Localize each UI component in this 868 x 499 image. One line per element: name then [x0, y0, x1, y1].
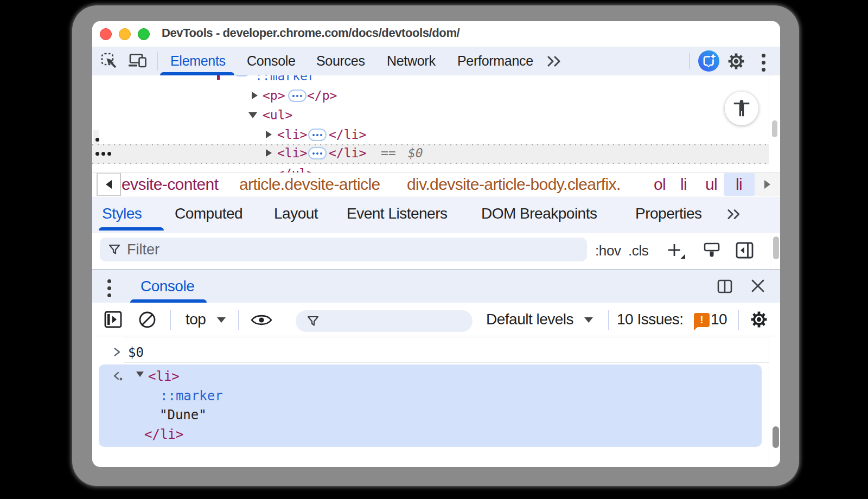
- close-window-button[interactable]: [100, 28, 112, 40]
- expand-badge-icon[interactable]: [308, 129, 327, 141]
- console-scrollbar-thumb[interactable]: [773, 426, 779, 448]
- toolbar-separator: [738, 310, 739, 330]
- accessibility-fab[interactable]: [725, 92, 758, 125]
- breadcrumb-item[interactable]: article.devsite-article: [239, 173, 380, 196]
- console-node-pseudo[interactable]: ::marker: [160, 386, 223, 406]
- console-sidebar-icon[interactable]: [104, 311, 122, 328]
- tab-styles[interactable]: Styles: [102, 197, 142, 231]
- message-separator: [124, 337, 769, 337]
- minimize-window-button[interactable]: [119, 28, 131, 40]
- styles-filter-row: Filter :hov .cls: [92, 233, 780, 268]
- disclosure-down-icon[interactable]: [248, 112, 257, 118]
- console-node-text[interactable]: "Dune": [159, 405, 207, 425]
- dock-sidebar-icon[interactable]: [736, 242, 754, 259]
- ai-assistance-icon[interactable]: [698, 50, 719, 72]
- toolbar-separator: [238, 310, 239, 330]
- chevron-left-icon: [106, 180, 112, 189]
- drawer-tab-console[interactable]: Console: [141, 270, 194, 303]
- window-title: DevTools - developer.chrome.com/docs/dev…: [162, 26, 459, 40]
- tree-row-li2-selected[interactable]: <li> </li> == $0: [92, 144, 769, 164]
- disclosure-right-icon[interactable]: [266, 149, 272, 157]
- tab-properties[interactable]: Properties: [635, 197, 702, 231]
- breadcrumb-bar: evsite-content article.devsite-article d…: [92, 172, 780, 196]
- console-evaluated-expression[interactable]: $0: [128, 345, 144, 360]
- tree-row-li1[interactable]: <li> </li>: [92, 125, 769, 144]
- selection-dotted-border: [92, 144, 769, 145]
- tab-layout[interactable]: Layout: [274, 197, 318, 231]
- context-selector[interactable]: top: [186, 303, 206, 336]
- devtools-window: DevTools - developer.chrome.com/docs/dev…: [92, 21, 780, 467]
- tag-close: </li>: [329, 125, 366, 144]
- row-edge-dot: [107, 152, 111, 156]
- styles-filter-input[interactable]: Filter: [100, 238, 587, 261]
- console-result-selection[interactable]: <li> ::marker "Dune" </li>: [99, 364, 762, 447]
- chevron-right-icon: [764, 180, 770, 189]
- expand-badge-icon[interactable]: [308, 147, 327, 159]
- expand-badge-icon[interactable]: [288, 89, 307, 102]
- toggle-class-button[interactable]: .cls: [628, 233, 648, 268]
- toggle-hover-button[interactable]: :hov: [595, 233, 621, 268]
- issues-count: 10: [711, 303, 727, 336]
- tab-performance[interactable]: Performance: [457, 47, 533, 75]
- chevron-down-icon: [217, 317, 226, 323]
- tree-row-p[interactable]: <p> </p>: [92, 86, 769, 105]
- log-levels-selector[interactable]: Default levels: [486, 303, 573, 336]
- breadcrumb-item[interactable]: evsite-content: [122, 173, 218, 196]
- styles-scrollbar-thumb[interactable]: [773, 236, 779, 259]
- close-drawer-icon[interactable]: [751, 279, 765, 293]
- console-node-open[interactable]: <li>: [148, 367, 180, 386]
- filter-placeholder: Filter: [127, 238, 159, 261]
- main-menu-kebab-icon[interactable]: [762, 54, 765, 72]
- new-style-rule-icon[interactable]: [667, 243, 686, 259]
- console-node-close[interactable]: </li>: [144, 425, 183, 444]
- breadcrumb-item[interactable]: ol: [654, 173, 666, 196]
- settings-gear-icon[interactable]: [727, 53, 745, 70]
- breadcrumb-item-selected[interactable]: li: [736, 173, 742, 196]
- split-panel-icon[interactable]: [717, 279, 732, 293]
- filter-funnel-icon: [108, 244, 120, 255]
- live-expression-eye-icon[interactable]: [249, 314, 274, 327]
- zoom-window-button[interactable]: [138, 28, 150, 40]
- tree-scrollbar-thumb[interactable]: [772, 120, 777, 137]
- drawer-menu-kebab-icon[interactable]: [107, 279, 111, 297]
- more-tabs-icon[interactable]: [547, 56, 565, 67]
- console-filter-input[interactable]: [296, 310, 473, 332]
- disclosure-right-icon[interactable]: [252, 92, 258, 99]
- rendering-brush-icon[interactable]: [704, 242, 720, 260]
- tree-row-ul[interactable]: <ul>: [92, 105, 769, 125]
- breadcrumb-item[interactable]: div.devsite-article-body.clearfix.: [407, 173, 621, 196]
- tab-elements[interactable]: Elements: [170, 47, 226, 75]
- issues-badge-icon[interactable]: !: [694, 313, 710, 327]
- device-toolbar-icon[interactable]: [129, 54, 147, 68]
- breadcrumb-next-button[interactable]: [755, 173, 780, 196]
- console-scrollbar-track: [769, 336, 769, 467]
- elements-tree: ::marker <p> </p> <ul> <li> </li>: [92, 75, 780, 172]
- tag-close: </ul>: [277, 164, 314, 172]
- disclosure-right-icon[interactable]: [266, 131, 272, 138]
- more-panes-icon[interactable]: [727, 209, 744, 220]
- screenshot-stage: DevTools - developer.chrome.com/docs/dev…: [0, 0, 868, 499]
- tag-open: <li>: [277, 143, 307, 163]
- tab-console[interactable]: Console: [247, 47, 296, 75]
- breadcrumb-item[interactable]: ul: [705, 173, 717, 196]
- tab-dom-breakpoints[interactable]: DOM Breakpoints: [481, 197, 597, 231]
- breadcrumb-item[interactable]: li: [680, 173, 687, 196]
- disclosure-down-icon[interactable]: [136, 372, 144, 377]
- row-edge-dot: [95, 152, 99, 156]
- tab-network[interactable]: Network: [387, 47, 436, 75]
- tab-event-listeners[interactable]: Event Listeners: [347, 197, 448, 231]
- expand-badge-icon[interactable]: [232, 75, 251, 76]
- tab-computed[interactable]: Computed: [175, 197, 242, 231]
- tree-row-marker[interactable]: ::marker: [92, 75, 769, 86]
- breadcrumb-prev-button[interactable]: [97, 172, 121, 196]
- inspect-element-icon[interactable]: [101, 53, 117, 69]
- issues-counter-label[interactable]: 10 Issues:: [617, 303, 684, 336]
- title-bar: DevTools - developer.chrome.com/docs/dev…: [92, 21, 780, 47]
- console-messages: $0 <li> ::marker "Dune" </li>: [92, 336, 780, 467]
- clear-console-icon[interactable]: [138, 311, 156, 329]
- toolbar-separator: [170, 310, 171, 330]
- filter-funnel-icon: [307, 316, 319, 327]
- tab-sources[interactable]: Sources: [316, 47, 365, 75]
- console-settings-gear-icon[interactable]: [750, 311, 768, 328]
- tree-row-ul-close[interactable]: </ul>: [92, 164, 769, 172]
